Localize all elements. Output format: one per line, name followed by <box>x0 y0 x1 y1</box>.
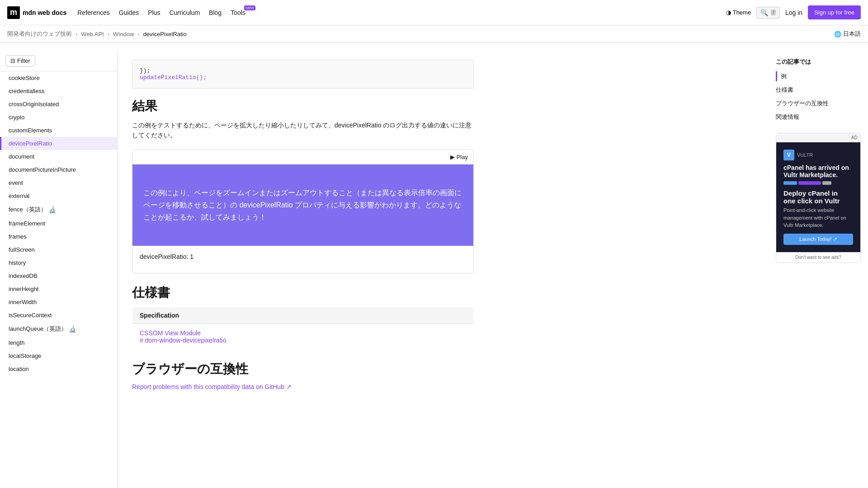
sidebar-item-location[interactable]: location <box>0 362 117 375</box>
sidebar-item-isSecureContext[interactable]: isSecureContext <box>0 309 117 322</box>
compat-link-text: Report problems with this compatibility … <box>132 383 284 390</box>
ad-box: AD V VULTR cPanel has arrived on Vultr M… <box>776 133 861 263</box>
page-wrap: ⊟ Filter cookieStore credentialless cros… <box>0 51 868 399</box>
ad-launch-button[interactable]: Launch Today! ↗ <box>783 234 853 245</box>
logo-icon: m <box>7 6 20 19</box>
result-text: この例をテストするために、ページを拡大したり縮小したりしてみて、devicePi… <box>132 120 474 141</box>
theme-button[interactable]: ◑ Theme <box>726 9 751 16</box>
sidebar-item-innerHeight[interactable]: innerHeight <box>0 282 117 296</box>
login-link[interactable]: Log in <box>785 9 802 16</box>
sidebar-list: cookieStore credentialless crossOriginIs… <box>0 71 117 375</box>
sidebar-item-crossOriginIsolated[interactable]: crossOriginIsolated <box>0 98 117 111</box>
compat-ext-icon: ↗ <box>286 383 292 390</box>
sidebar-item-external[interactable]: external <box>0 189 117 202</box>
toc-link-compat[interactable]: ブラウザーの互換性 <box>776 99 861 108</box>
toc-link-related[interactable]: 関連情報 <box>776 112 861 122</box>
sidebar-item-frames[interactable]: frames <box>0 230 117 243</box>
spec-col-header: Specification <box>132 307 474 324</box>
output-text: devicePixelRatio: 1 <box>140 253 193 260</box>
ad-footer[interactable]: Don't want to see ads? <box>776 252 860 263</box>
sidebar-item-customElements[interactable]: customElements <box>0 124 117 137</box>
spec-heading: 仕様書 <box>132 284 474 301</box>
table-row: CSSOM View Module # dom-window-devicepix… <box>132 324 474 349</box>
code-line-1: }); <box>140 67 466 74</box>
spec-table: Specification CSSOM View Module # dom-wi… <box>132 307 474 350</box>
sidebar-item-history[interactable]: history <box>0 256 117 269</box>
toc-link-spec[interactable]: 仕様書 <box>776 85 861 95</box>
play-button[interactable]: ▶ Play <box>450 154 468 160</box>
spec-link[interactable]: CSSOM View Module <box>140 329 201 337</box>
compat-heading: ブラウザーの互換性 <box>132 361 474 378</box>
sidebar-item-fence[interactable]: fence（英語） 🔬 <box>0 202 117 217</box>
sidebar-item-event[interactable]: event <box>0 176 117 189</box>
sidebar-item-length[interactable]: length <box>0 336 117 349</box>
toc-item-spec: 仕様書 <box>776 85 861 95</box>
code-line-2: updatePixelRatio(); <box>140 74 466 81</box>
toc-list: 例 仕様書 ブラウザーの互換性 関連情報 <box>776 71 861 122</box>
right-sidebar: この記事では 例 仕様書 ブラウザーの互換性 関連情報 AD V VULTR <box>769 51 868 399</box>
search-icon: 🔍 <box>760 9 768 16</box>
result-heading: 結果 <box>132 98 474 115</box>
sidebar-item-crypto[interactable]: crypto <box>0 111 117 124</box>
logo-text: mdn web docs <box>23 9 66 16</box>
nav-tools[interactable]: Tools <box>231 9 245 16</box>
header-right: ◑ Theme 🔍 / Log in Sign up for free <box>726 5 861 19</box>
demo-text: この例により、ページをズームインまたはズームアウトすること（または異なる表示倍率… <box>143 187 462 224</box>
ad-content: V VULTR cPanel has arrived on Vultr Mark… <box>776 142 860 252</box>
code-highlight: updatePixelRatio(); <box>140 74 207 81</box>
sidebar-item-document[interactable]: document <box>0 150 117 163</box>
play-icon: ▶ <box>450 154 455 160</box>
filter-bar: ⊟ Filter <box>0 51 117 71</box>
play-header: ▶ Play <box>132 150 473 164</box>
sidebar: ⊟ Filter cookieStore credentialless cros… <box>0 51 118 399</box>
nav-guides[interactable]: Guides <box>119 9 139 16</box>
sidebar-item-launchQueue[interactable]: launchQueue（英語） 🔬 <box>0 322 117 336</box>
sidebar-item-documentPictureInPicture[interactable]: documentPictureInPicture <box>0 163 117 176</box>
signup-button[interactable]: Sign up for free <box>808 5 861 19</box>
sidebar-item-credentialless[interactable]: credentialless <box>0 84 117 98</box>
play-container: ▶ Play この例により、ページをズームインまたはズームアウトすること（または… <box>132 150 474 273</box>
breadcrumb-sep-3: › <box>137 31 139 38</box>
breadcrumb-window[interactable]: Window <box>113 31 134 38</box>
toc-link-example[interactable]: 例 <box>776 71 861 81</box>
play-label: Play <box>457 154 468 160</box>
theme-label: Theme <box>733 9 751 16</box>
filter-label: Filter <box>17 57 30 64</box>
sidebar-item-devicePixelRatio[interactable]: devicePixelRatio <box>0 137 117 150</box>
filter-button[interactable]: ⊟ Filter <box>5 55 35 66</box>
ad-sub: Point-and-click website management with … <box>783 206 853 229</box>
nav-curriculum[interactable]: Curriculum <box>169 9 200 16</box>
search-slash: / <box>771 9 776 15</box>
lang-icon: 🌐 <box>834 31 841 38</box>
breadcrumb-web-api[interactable]: Web API <box>81 31 104 38</box>
ad-logo-name: VULTR <box>797 152 813 158</box>
spec-anchor-link[interactable]: # dom-window-devicepixelratio <box>140 337 226 344</box>
sidebar-item-cookieStore[interactable]: cookieStore <box>0 71 117 84</box>
sidebar-item-localStorage[interactable]: localStorage <box>0 349 117 362</box>
filter-icon: ⊟ <box>10 57 15 64</box>
nav-references[interactable]: References <box>77 9 110 16</box>
nav-blog[interactable]: Blog <box>209 9 222 16</box>
sidebar-item-fullScreen[interactable]: fullScreen <box>0 243 117 256</box>
breadcrumb-web-tech[interactable]: 開発者向けのウェブ技術 <box>7 30 72 38</box>
main-content: }); updatePixelRatio(); 結果 この例をテストするために、… <box>118 51 488 399</box>
nav-plus[interactable]: Plus <box>148 9 160 16</box>
sidebar-item-indexedDB[interactable]: indexedDB <box>0 269 117 282</box>
experimental-icon-fence: 🔬 <box>48 206 56 213</box>
ad-logo: V VULTR <box>783 150 853 160</box>
sidebar-item-innerWidth[interactable]: innerWidth <box>0 296 117 309</box>
breadcrumb-sep-2: › <box>108 31 109 38</box>
toc-title: この記事では <box>776 58 861 66</box>
logo-link[interactable]: m mdn web docs <box>7 6 66 19</box>
language-selector[interactable]: 🌐 日本語 <box>834 30 861 38</box>
sidebar-item-frameElement[interactable]: frameElement <box>0 217 117 230</box>
demo-area: この例により、ページをズームインまたはズームアウトすること（または異なる表示倍率… <box>132 164 473 246</box>
compat-github-link[interactable]: Report problems with this compatibility … <box>132 383 292 390</box>
main-nav: References Guides Plus Curriculum Blog T… <box>77 9 726 16</box>
play-output: devicePixelRatio: 1 <box>132 246 473 273</box>
search-box[interactable]: 🔍 / <box>756 7 780 19</box>
ad-bar-1 <box>783 181 797 185</box>
ad-bar-3 <box>822 181 831 185</box>
ad-bar-2 <box>798 181 821 185</box>
theme-moon-icon: ◑ <box>726 9 731 16</box>
